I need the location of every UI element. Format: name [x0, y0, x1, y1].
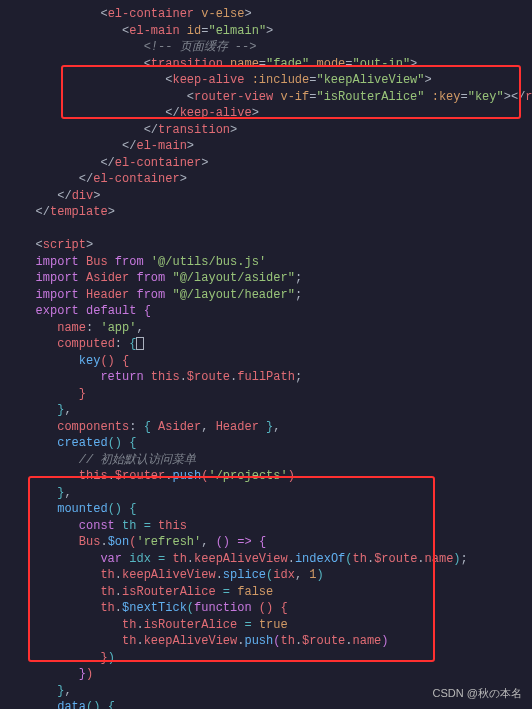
- code-line[interactable]: import Header from "@/layout/header";: [14, 287, 532, 304]
- code-editor[interactable]: <el-container v-else> <el-main id="elmai…: [0, 0, 532, 709]
- code-line[interactable]: th.keepAliveView.splice(idx, 1): [14, 567, 532, 584]
- code-token: el-main: [136, 139, 186, 153]
- code-line[interactable]: }): [14, 650, 532, 667]
- code-token: </: [144, 123, 158, 137]
- code-line[interactable]: },: [14, 485, 532, 502]
- code-token: Header: [79, 288, 137, 302]
- code-token: <: [36, 238, 43, 252]
- code-token: ): [381, 634, 388, 648]
- code-token: </: [36, 205, 50, 219]
- code-token: .: [216, 568, 223, 582]
- code-line[interactable]: </keep-alive>: [14, 105, 532, 122]
- code-line[interactable]: export default {: [14, 303, 532, 320]
- code-token: Bus: [79, 255, 115, 269]
- code-line[interactable]: <el-container v-else>: [14, 6, 532, 23]
- code-token: import: [36, 255, 79, 269]
- code-line[interactable]: <transition name="fade" mode="out-in">: [14, 56, 532, 73]
- code-line[interactable]: components: { Asider, Header },: [14, 419, 532, 436]
- code-token: >: [410, 57, 417, 71]
- code-token: :: [86, 321, 100, 335]
- code-token: ): [317, 568, 324, 582]
- code-token: [252, 618, 259, 632]
- code-token: import: [36, 271, 79, 285]
- code-line[interactable]: [14, 221, 532, 238]
- code-line[interactable]: th.keepAliveView.push(th.$route.name): [14, 633, 532, 650]
- code-line[interactable]: },: [14, 402, 532, 419]
- code-line[interactable]: mounted() {: [14, 501, 532, 518]
- code-token: return: [100, 370, 143, 384]
- code-token: $nextTick: [122, 601, 187, 615]
- code-token: [252, 535, 259, 549]
- code-line[interactable]: </template>: [14, 204, 532, 221]
- code-line[interactable]: <!-- 页面缓存 -->: [14, 39, 532, 56]
- code-token: ;: [295, 288, 302, 302]
- code-line[interactable]: }: [14, 386, 532, 403]
- code-token: ></: [504, 90, 526, 104]
- code-token: <: [187, 90, 194, 104]
- code-token: Asider: [79, 271, 137, 285]
- watermark-text: CSDN @秋の本名: [433, 685, 522, 702]
- code-token: keepAliveView: [144, 634, 238, 648]
- code-line[interactable]: <router-view v-if="isRouterAlice" :key="…: [14, 89, 532, 106]
- code-token: (): [100, 354, 114, 368]
- code-token: v-else: [201, 7, 244, 21]
- code-token: $route: [187, 370, 230, 384]
- code-token: =: [345, 57, 352, 71]
- code-line[interactable]: // 初始默认访问菜单: [14, 452, 532, 469]
- code-line[interactable]: import Asider from "@/layout/asider";: [14, 270, 532, 287]
- code-token: ;: [461, 552, 468, 566]
- code-line[interactable]: th.$nextTick(function () {: [14, 600, 532, 617]
- code-line[interactable]: </el-container>: [14, 155, 532, 172]
- code-token: ;: [295, 271, 302, 285]
- code-token: Header: [208, 420, 266, 434]
- code-token: ,: [295, 568, 302, 582]
- code-line[interactable]: const th = this: [14, 518, 532, 535]
- code-line[interactable]: </el-container>: [14, 171, 532, 188]
- code-token: $on: [108, 535, 130, 549]
- code-line[interactable]: name: 'app',: [14, 320, 532, 337]
- code-token: =: [461, 90, 468, 104]
- code-token: isRouterAlice: [122, 585, 216, 599]
- code-token: [425, 90, 432, 104]
- code-token: >: [425, 73, 432, 87]
- code-token: var: [100, 552, 122, 566]
- code-token: keep-alive: [172, 73, 244, 87]
- code-token: .: [100, 535, 107, 549]
- code-line[interactable]: computed: {: [14, 336, 532, 353]
- code-token: [100, 700, 107, 709]
- code-line[interactable]: <el-main id="elmain">: [14, 23, 532, 40]
- code-token: '@/utils/bus.js': [151, 255, 266, 269]
- code-line[interactable]: var idx = th.keepAliveView.indexOf(th.$r…: [14, 551, 532, 568]
- code-token: idx: [273, 568, 295, 582]
- code-line[interactable]: created() {: [14, 435, 532, 452]
- code-line[interactable]: th.isRouterAlice = false: [14, 584, 532, 601]
- code-line[interactable]: this.$router.push('/projects'): [14, 468, 532, 485]
- code-token: from: [136, 288, 165, 302]
- code-token: Asider: [151, 420, 201, 434]
- code-token: 'app': [100, 321, 136, 335]
- code-token: "fade": [266, 57, 309, 71]
- code-line[interactable]: </el-main>: [14, 138, 532, 155]
- code-line[interactable]: </transition>: [14, 122, 532, 139]
- code-token: "out-in": [353, 57, 411, 71]
- code-token: [136, 304, 143, 318]
- code-line[interactable]: }): [14, 666, 532, 683]
- code-line[interactable]: th.isRouterAlice = true: [14, 617, 532, 634]
- code-token: [252, 601, 259, 615]
- code-line[interactable]: <script>: [14, 237, 532, 254]
- code-token: {: [129, 502, 136, 516]
- code-token: this: [151, 370, 180, 384]
- code-line[interactable]: return this.$route.fullPath;: [14, 369, 532, 386]
- code-token: </: [100, 156, 114, 170]
- code-token: ,: [64, 684, 71, 698]
- code-token: [144, 370, 151, 384]
- code-token: (): [108, 502, 122, 516]
- code-line[interactable]: import Bus from '@/utils/bus.js': [14, 254, 532, 271]
- code-line[interactable]: </div>: [14, 188, 532, 205]
- code-token: "elmain": [208, 24, 266, 38]
- code-line[interactable]: Bus.$on('refresh', () => {: [14, 534, 532, 551]
- code-token: {: [129, 436, 136, 450]
- code-line[interactable]: key() {: [14, 353, 532, 370]
- code-line[interactable]: <keep-alive :include="keepAliveView">: [14, 72, 532, 89]
- code-token: (: [345, 552, 352, 566]
